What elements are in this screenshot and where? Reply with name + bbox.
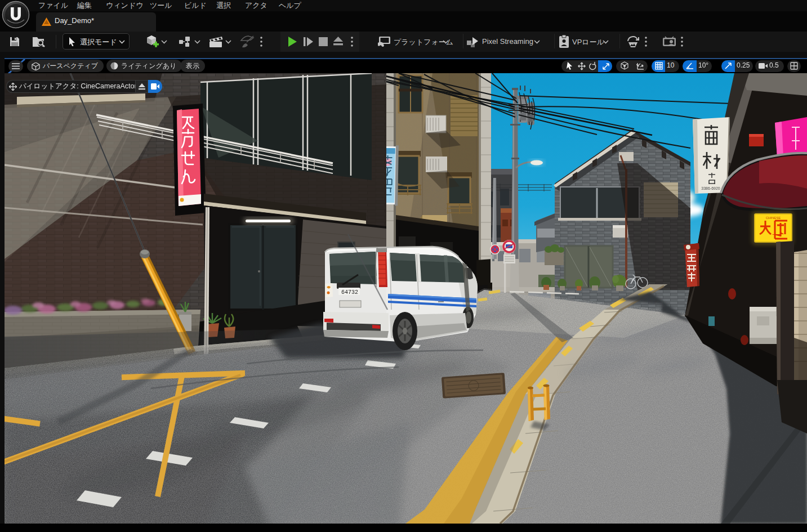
- svg-text:CHINESE: CHINESE: [766, 216, 781, 220]
- svg-text:64732: 64732: [341, 289, 358, 296]
- svg-text:3386-6920: 3386-6920: [701, 186, 720, 190]
